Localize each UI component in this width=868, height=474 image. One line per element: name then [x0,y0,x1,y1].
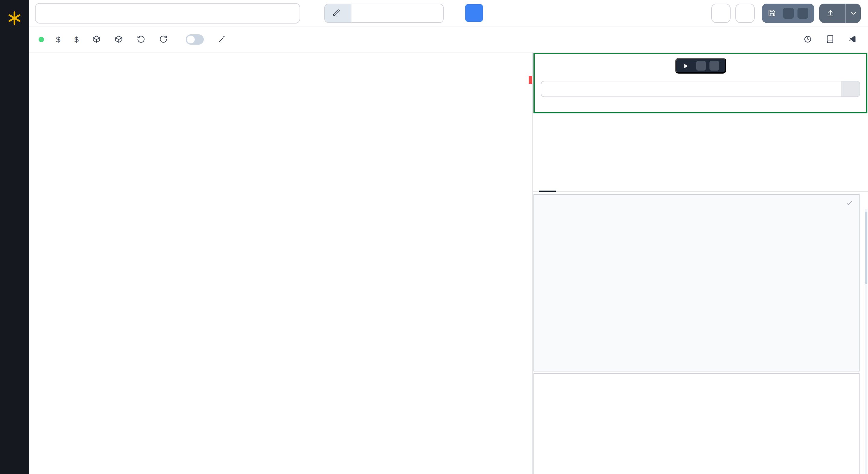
path-group [324,3,444,23]
script-name-input[interactable] [35,3,300,23]
assistants-button[interactable] [159,35,175,43]
editor-toolbar: $ $ [29,27,868,53]
pencil-icon [332,9,340,17]
cmd-kbd [783,7,794,19]
code-editor[interactable] [29,53,532,474]
add-variable-button[interactable]: $ [74,35,82,44]
result-panel [533,373,860,474]
app-window: $ $ [0,0,868,474]
language-badge [465,4,483,22]
deploy-button[interactable] [819,3,845,23]
vscode-icon [848,35,857,43]
package-icon [115,35,123,43]
wand-icon [218,35,226,43]
edit-path-button[interactable] [325,4,351,22]
log-panel [533,194,860,372]
dollar-icon: $ [56,35,60,44]
topbar [29,0,868,27]
run-panel [532,53,868,474]
check-icon [846,200,853,207]
error-ruler-mark [529,76,532,84]
toolbar-right-group [804,35,860,43]
insert-variable-button[interactable] [841,81,860,96]
main-column: $ $ [29,0,868,474]
library-button[interactable] [826,35,837,43]
book-icon [826,35,834,43]
add-context-var-button[interactable]: $ [56,35,63,44]
customise-button[interactable] [735,3,755,23]
status-dot [38,36,44,42]
windmill-logo-icon[interactable] [7,4,22,33]
test-row [541,58,860,73]
sidebar [0,0,29,474]
metadata-button[interactable] [711,3,731,23]
package-icon [93,35,101,43]
use-vscode-button[interactable] [848,35,860,43]
play-icon [682,62,689,69]
path-input[interactable] [351,4,443,22]
test-args-form [533,53,867,113]
save-draft-button[interactable] [762,3,814,23]
clock-history-icon [804,35,812,43]
s-kbd [798,7,808,19]
scrollbar-thumb[interactable] [865,212,867,284]
add-resource-button[interactable] [93,35,104,43]
tab-history[interactable] [556,184,572,191]
ai-gen-button[interactable] [218,35,229,43]
history-button[interactable] [804,35,815,43]
dollar-icon: $ [74,35,79,44]
tab-logs-result[interactable] [539,184,556,192]
enter-kbd [709,61,719,70]
name-arg-input[interactable] [541,81,860,97]
add-resource-type-button[interactable] [115,35,126,43]
panel-scrollbar[interactable] [865,209,867,474]
log-header [540,200,853,207]
cmd-kbd [696,61,706,70]
result-tabs [533,184,868,192]
content-row [29,53,868,474]
refresh-cw-icon [159,35,168,43]
reset-button[interactable] [137,35,149,43]
test-button[interactable] [675,58,726,73]
chevron-down-icon [849,9,858,17]
field-input-wrap [541,81,860,97]
toggle-knob [187,35,195,43]
deploy-group [819,3,861,23]
multiplayer-toggle-group [186,34,207,44]
multiplayer-toggle[interactable] [186,34,204,44]
rotate-ccw-icon [137,35,146,43]
deploy-icon [827,9,834,17]
deploy-dropdown-button[interactable] [845,3,861,23]
save-icon [768,9,776,17]
